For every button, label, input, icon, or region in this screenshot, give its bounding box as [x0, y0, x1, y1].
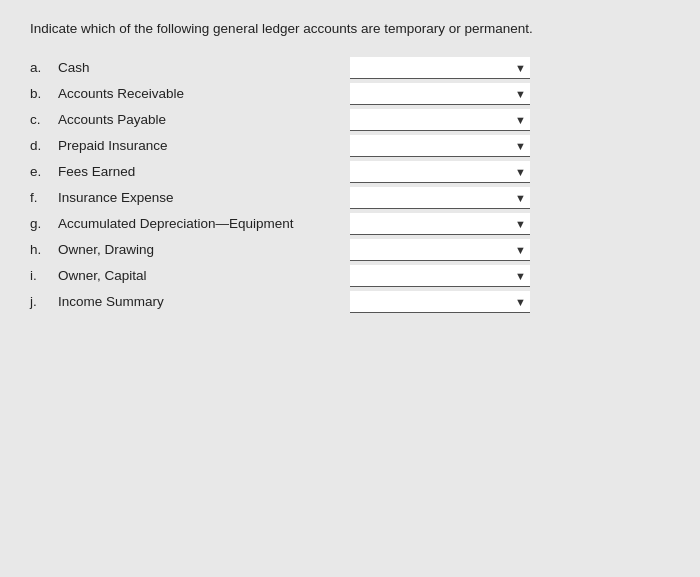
dropdown-container: TemporaryPermanent▼	[350, 239, 530, 261]
dropdown-container: TemporaryPermanent▼	[350, 83, 530, 105]
instructions-text: Indicate which of the following general …	[30, 20, 670, 39]
account-name: Owner, Capital	[58, 268, 147, 283]
account-letter: h.	[30, 242, 58, 257]
account-item: i.Owner, CapitalTemporaryPermanent▼	[30, 265, 670, 287]
account-item: b.Accounts ReceivableTemporaryPermanent▼	[30, 83, 670, 105]
account-name: Owner, Drawing	[58, 242, 154, 257]
account-item: a.CashTemporaryPermanent▼	[30, 57, 670, 79]
account-name: Cash	[58, 60, 90, 75]
account-item: g.Accumulated Depreciation—EquipmentTemp…	[30, 213, 670, 235]
account-letter: d.	[30, 138, 58, 153]
dropdown-select-h[interactable]: TemporaryPermanent	[350, 239, 530, 261]
dropdown-select-e[interactable]: TemporaryPermanent	[350, 161, 530, 183]
account-letter: c.	[30, 112, 58, 127]
account-name: Prepaid Insurance	[58, 138, 168, 153]
dropdown-select-a[interactable]: TemporaryPermanent	[350, 57, 530, 79]
account-item: c.Accounts PayableTemporaryPermanent▼	[30, 109, 670, 131]
account-letter: g.	[30, 216, 58, 231]
account-item: j.Income SummaryTemporaryPermanent▼	[30, 291, 670, 313]
dropdown-container: TemporaryPermanent▼	[350, 265, 530, 287]
dropdown-select-d[interactable]: TemporaryPermanent	[350, 135, 530, 157]
dropdown-select-j[interactable]: TemporaryPermanent	[350, 291, 530, 313]
dropdown-container: TemporaryPermanent▼	[350, 161, 530, 183]
account-item: e.Fees EarnedTemporaryPermanent▼	[30, 161, 670, 183]
account-item: d.Prepaid InsuranceTemporaryPermanent▼	[30, 135, 670, 157]
dropdown-select-f[interactable]: TemporaryPermanent	[350, 187, 530, 209]
dropdown-container: TemporaryPermanent▼	[350, 213, 530, 235]
account-item: h.Owner, DrawingTemporaryPermanent▼	[30, 239, 670, 261]
dropdown-select-i[interactable]: TemporaryPermanent	[350, 265, 530, 287]
account-letter: j.	[30, 294, 58, 309]
account-letter: b.	[30, 86, 58, 101]
dropdown-container: TemporaryPermanent▼	[350, 291, 530, 313]
dropdown-container: TemporaryPermanent▼	[350, 135, 530, 157]
dropdown-container: TemporaryPermanent▼	[350, 57, 530, 79]
account-name: Accounts Payable	[58, 112, 166, 127]
account-name: Income Summary	[58, 294, 164, 309]
dropdown-container: TemporaryPermanent▼	[350, 109, 530, 131]
account-letter: e.	[30, 164, 58, 179]
dropdown-container: TemporaryPermanent▼	[350, 187, 530, 209]
account-name: Insurance Expense	[58, 190, 174, 205]
dropdown-select-b[interactable]: TemporaryPermanent	[350, 83, 530, 105]
dropdown-select-c[interactable]: TemporaryPermanent	[350, 109, 530, 131]
account-letter: a.	[30, 60, 58, 75]
account-name: Accounts Receivable	[58, 86, 184, 101]
account-name: Fees Earned	[58, 164, 135, 179]
account-name: Accumulated Depreciation—Equipment	[58, 216, 294, 231]
account-letter: i.	[30, 268, 58, 283]
account-letter: f.	[30, 190, 58, 205]
account-item: f.Insurance ExpenseTemporaryPermanent▼	[30, 187, 670, 209]
account-list: a.CashTemporaryPermanent▼b.Accounts Rece…	[30, 57, 670, 313]
dropdown-select-g[interactable]: TemporaryPermanent	[350, 213, 530, 235]
